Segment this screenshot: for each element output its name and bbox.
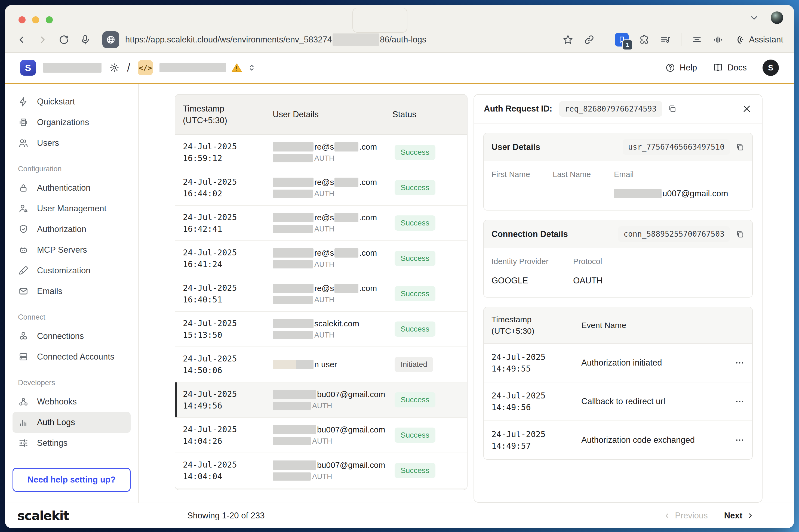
previous-page-button[interactable]: Previous	[663, 511, 708, 520]
waveform-icon[interactable]	[712, 34, 724, 45]
email-label: Email	[614, 170, 745, 179]
sidebar-item-authorization[interactable]: Authorization	[13, 219, 131, 240]
sidebar-item-connected-accounts[interactable]: Connected Accounts	[13, 346, 131, 367]
log-timestamp: 24-Jul-202514:49:56	[175, 388, 273, 412]
copy-icon[interactable]	[735, 142, 745, 152]
globe-icon	[102, 31, 119, 48]
user-details-header: User Details usr_77567465663497510	[484, 133, 752, 161]
gear-icon[interactable]	[109, 62, 119, 73]
event-timestamp: 24-Jul-202514:49:55	[491, 351, 581, 375]
table-row[interactable]: 24-Jul-202516:59:12 re@s.com AUTH Succes…	[175, 135, 467, 170]
need-help-button[interactable]: Need help setting up?	[13, 468, 131, 492]
close-icon[interactable]	[741, 103, 752, 114]
connection-details-card: Connection Details conn_5889525570076750…	[483, 220, 753, 298]
sidebar-item-auth-logs[interactable]: Auth Logs	[13, 412, 131, 433]
chevron-down-icon[interactable]	[748, 12, 760, 23]
log-user-email: bu007@gmail.com	[273, 425, 392, 434]
event-row[interactable]: 24-Jul-202514:49:57 Authorization code e…	[484, 421, 752, 459]
table-row[interactable]: 24-Jul-202514:50:06 n user Initiated	[175, 347, 467, 382]
sidebar-item-mcp-servers[interactable]: MCP Servers	[13, 240, 131, 260]
redacted-block	[273, 142, 314, 152]
docs-button[interactable]: Docs	[713, 62, 747, 73]
reader-menu-icon[interactable]	[691, 34, 703, 45]
table-row[interactable]: 24-Jul-202516:41:24 re@s.com AUTH Succes…	[175, 241, 467, 276]
connection-details-title: Connection Details	[491, 229, 568, 239]
copy-link-icon[interactable]	[583, 34, 595, 45]
events-column-name: Event Name	[581, 321, 745, 330]
table-row[interactable]: 24-Jul-202516:40:51 re@s.com AUTH Succes…	[175, 276, 467, 312]
media-list-icon[interactable]	[659, 34, 671, 45]
cubes-icon	[18, 331, 29, 342]
table-row[interactable]: 24-Jul-202514:04:04 bu007@gmail.com AUTH…	[175, 453, 467, 489]
sidebar-item-authentication[interactable]: Authentication	[13, 177, 131, 198]
redacted-block	[273, 360, 314, 369]
log-auth-tag: AUTH	[273, 225, 392, 233]
main-content: Timestamp(UTC+5:30) User Details Status …	[139, 84, 794, 502]
next-page-button[interactable]: Next	[724, 511, 755, 520]
ellipsis-menu-icon[interactable]	[735, 435, 745, 445]
close-window-button[interactable]	[19, 16, 25, 23]
help-button[interactable]: Help	[665, 62, 697, 73]
log-user-email: re@s.com	[273, 177, 392, 187]
redacted-block	[273, 319, 314, 328]
forward-icon[interactable]	[37, 34, 49, 45]
minimize-window-button[interactable]	[32, 16, 39, 23]
log-auth-tag: AUTH	[273, 260, 392, 269]
table-row[interactable]: 24-Jul-202516:42:41 re@s.com AUTH Succes…	[175, 206, 467, 241]
assistant-button[interactable]: Assistant	[734, 34, 783, 45]
log-auth-tag: AUTH	[273, 154, 392, 163]
event-row[interactable]: 24-Jul-202514:49:56 Callback to redirect…	[484, 382, 752, 421]
sidebar-item-connections[interactable]: Connections	[13, 326, 131, 346]
tab-outline	[352, 7, 407, 33]
sidebar-item-settings[interactable]: Settings	[13, 433, 131, 453]
lightning-icon	[18, 96, 29, 107]
redacted-block	[273, 190, 313, 198]
environment-icon[interactable]: </>	[138, 60, 153, 75]
connection-id-value: conn_58895255700767503	[618, 226, 730, 242]
table-row[interactable]: 24-Jul-202515:13:50 scalekit.com AUTH Su…	[175, 312, 467, 347]
event-name: Authorization initiated	[581, 358, 735, 368]
ellipsis-menu-icon[interactable]	[735, 358, 745, 368]
log-user-email: bu007@gmail.com	[273, 460, 392, 470]
copy-icon[interactable]	[668, 104, 677, 113]
event-row[interactable]: 24-Jul-202514:49:55 Authorization initia…	[484, 344, 752, 382]
bookmark-star-icon[interactable]	[562, 34, 574, 45]
sidebar-item-users[interactable]: Users	[13, 133, 131, 153]
table-row-selected[interactable]: 24-Jul-202514:49:56 bu007@gmail.com AUTH…	[175, 382, 467, 418]
log-timestamp: 24-Jul-202516:44:02	[175, 176, 273, 200]
environment-switcher-icon[interactable]	[247, 63, 257, 73]
reload-icon[interactable]	[58, 34, 70, 45]
redacted-block	[273, 402, 311, 410]
sidebar-item-customization[interactable]: Customization	[13, 260, 131, 281]
table-row[interactable]: 24-Jul-202516:44:02 re@s.com AUTH Succes…	[175, 170, 467, 206]
title-bar	[5, 5, 794, 27]
identity-provider-label: Identity Provider	[491, 257, 573, 266]
log-user-email: n user	[273, 360, 392, 369]
web-content: S / </> Help Docs	[5, 53, 794, 528]
sidebar-item-user-management[interactable]: User Management	[13, 198, 131, 219]
log-auth-tag: AUTH	[273, 402, 392, 410]
events-header: Timestamp(UTC+5:30) Event Name	[484, 307, 752, 344]
organization-icon	[18, 117, 29, 128]
table-row[interactable]: 24-Jul-202514:04:26 bu007@gmail.com AUTH…	[175, 418, 467, 453]
sidebar-section-configuration: Configuration	[18, 165, 131, 173]
browser-profile-avatar[interactable]	[771, 12, 783, 24]
maximize-window-button[interactable]	[46, 16, 53, 23]
copy-icon[interactable]	[735, 230, 745, 239]
url-bar[interactable]: https://app.scalekit.cloud/ws/environmen…	[102, 31, 553, 48]
sidebar-item-webhooks[interactable]: Webhooks	[13, 392, 131, 412]
redacted-block	[273, 213, 314, 222]
extensions-puzzle-icon[interactable]	[638, 34, 650, 45]
sidebar-item-emails[interactable]: Emails	[13, 281, 131, 302]
workspace-logo[interactable]: S	[20, 60, 36, 76]
event-timestamp: 24-Jul-202514:49:56	[491, 390, 581, 413]
back-icon[interactable]	[16, 34, 27, 45]
sidebar-item-quickstart[interactable]: Quickstart	[13, 91, 131, 112]
redacted-block	[273, 284, 314, 293]
password-manager-icon[interactable]: 1	[615, 33, 629, 46]
user-avatar[interactable]: S	[763, 60, 779, 76]
ellipsis-menu-icon[interactable]	[735, 397, 745, 406]
status-badge: Success	[395, 180, 435, 195]
sidebar-item-organizations[interactable]: Organizations	[13, 112, 131, 133]
mic-icon[interactable]	[79, 34, 91, 45]
